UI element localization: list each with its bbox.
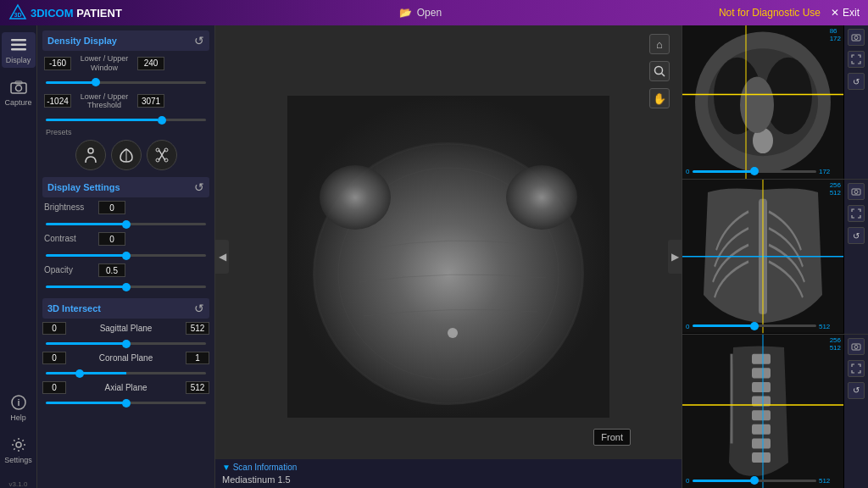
preset-person-btn[interactable]: [75, 140, 106, 170]
help-label: Help: [10, 413, 26, 422]
axial-slider[interactable]: [46, 402, 206, 404]
zoom-btn[interactable]: [649, 61, 670, 81]
contrast-label: Contrast: [44, 234, 95, 243]
contrast-slider[interactable]: [46, 254, 206, 257]
axial-input1[interactable]: 0: [42, 381, 66, 394]
coronal-panel: 256 512 0 512 ↺: [682, 180, 868, 334]
upper-window-input[interactable]: 240: [137, 57, 164, 70]
axial-panel: 86 172 0 172 ↺: [682, 25, 868, 180]
logo: 3D 3DICOM PATIENT: [8, 3, 122, 22]
axial-camera-btn[interactable]: [848, 29, 865, 46]
coronal-input1[interactable]: 0: [42, 352, 66, 364]
window-row: -160 Lower / UpperWindow 240: [42, 54, 209, 73]
opacity-input[interactable]: 0.5: [98, 263, 125, 277]
sidebar-item-display[interactable]: Display: [2, 32, 36, 68]
brightness-row: Brightness 0: [42, 201, 209, 214]
intersect-3d-section: 3D Intersect ↺ 0 Sagittal Plane 512 0 Co…: [42, 298, 209, 408]
open-label[interactable]: Open: [417, 7, 442, 19]
coronal-slider[interactable]: [46, 372, 206, 374]
brightness-input[interactable]: 0: [98, 201, 125, 214]
svg-rect-50: [752, 438, 771, 448]
coronal-refresh-btn[interactable]: ↺: [848, 227, 865, 244]
opacity-label: Opacity: [44, 265, 95, 274]
svg-point-10: [16, 442, 21, 447]
axial-slice-info: 86 172: [830, 27, 841, 42]
axial-label: Axial Plane: [69, 383, 183, 392]
axial-row: 0 Axial Plane 512: [42, 381, 209, 394]
viewport-arrow-right[interactable]: ▶: [668, 240, 682, 274]
svg-point-24: [655, 67, 663, 75]
svg-point-32: [740, 76, 774, 132]
density-display-reset[interactable]: ↺: [194, 34, 204, 47]
hand-btn[interactable]: ✋: [649, 88, 670, 108]
sagittal-refresh-btn[interactable]: ↺: [848, 382, 865, 399]
window-label: Lower / UpperWindow: [75, 54, 134, 73]
settings-label: Settings: [4, 456, 32, 464]
axial-expand-btn[interactable]: [848, 51, 865, 68]
svg-rect-44: [752, 353, 771, 363]
lower-window-input[interactable]: -160: [44, 57, 71, 70]
density-display-section: Density Display ↺ -160 Lower / UpperWind…: [42, 30, 209, 170]
body-3d-render: [287, 96, 609, 418]
front-label: Front: [593, 429, 631, 446]
scan-name: Mediastinum 1.5: [222, 474, 675, 485]
coronal-svg: [682, 180, 843, 333]
lower-threshold-input[interactable]: -1024: [44, 94, 71, 108]
svg-point-11: [88, 148, 93, 153]
svg-rect-45: [752, 368, 771, 378]
opacity-row: Opacity 0.5: [42, 263, 209, 277]
coronal-slice-slider[interactable]: [693, 324, 816, 327]
threshold-slider[interactable]: [46, 119, 206, 121]
sagittal-expand-btn[interactable]: [848, 360, 865, 377]
scan-info-header: ▼ Scan Information: [222, 463, 675, 472]
axial-refresh-btn[interactable]: ↺: [848, 73, 865, 90]
sagittal-controls: ↺: [844, 335, 868, 488]
main-layout: Display Capture i Help Settings v3.1.0: [0, 25, 868, 488]
sagittal-input1[interactable]: 0: [42, 322, 66, 335]
topbar-center[interactable]: 📂 Open: [399, 7, 442, 19]
viewport-arrow-left[interactable]: ◀: [215, 240, 229, 274]
svg-point-21: [320, 165, 391, 230]
window-slider[interactable]: [46, 81, 206, 84]
exit-button[interactable]: ✕ Exit: [831, 7, 860, 19]
preset-bone-btn[interactable]: [147, 140, 177, 170]
svg-point-55: [854, 345, 858, 348]
home-btn[interactable]: ⌂: [649, 34, 670, 54]
intersect-3d-reset[interactable]: ↺: [194, 302, 204, 315]
coronal-expand-btn[interactable]: [848, 205, 865, 222]
viewport-3d: ◀: [215, 25, 682, 488]
opacity-slider[interactable]: [46, 286, 206, 288]
threshold-row: -1024 Lower / UpperThreshold 3071: [42, 92, 209, 111]
axial-svg: [682, 25, 843, 179]
sagittal-row: 0 Sagittal Plane 512: [42, 322, 209, 335]
scan-info-label: Scan Information: [233, 463, 298, 472]
left-panel: Density Display ↺ -160 Lower / UpperWind…: [37, 25, 215, 488]
logo-text: 3DICOM PATIENT: [31, 7, 122, 19]
axial-input2[interactable]: 512: [186, 381, 209, 394]
coronal-camera-btn[interactable]: [848, 183, 865, 200]
svg-point-22: [506, 165, 577, 230]
coronal-input2[interactable]: 1: [186, 352, 209, 364]
upper-threshold-input[interactable]: 3071: [137, 94, 164, 108]
axial-slice-slider[interactable]: [693, 170, 816, 173]
sidebar-item-capture[interactable]: Capture: [2, 75, 36, 110]
sagittal-camera-btn[interactable]: [848, 338, 865, 355]
contrast-input[interactable]: 0: [98, 232, 125, 246]
axial-controls: ↺: [844, 25, 868, 179]
display-settings-reset[interactable]: ↺: [194, 180, 204, 194]
sagittal-slider[interactable]: [46, 342, 206, 345]
preset-leaf-btn[interactable]: [111, 140, 142, 170]
display-settings-section: Display Settings ↺ Brightness 0 Contrast…: [42, 177, 209, 291]
sagittal-input2[interactable]: 512: [186, 322, 209, 335]
sidebar-item-settings[interactable]: Settings: [2, 432, 36, 468]
brightness-slider[interactable]: [46, 223, 206, 225]
svg-rect-49: [752, 424, 771, 434]
sagittal-scan-image: 256 512 0 512: [682, 335, 844, 488]
display-label: Display: [6, 56, 31, 64]
capture-icon: [9, 78, 28, 97]
exit-icon: ✕: [831, 7, 839, 19]
sidebar-item-help[interactable]: i Help: [2, 390, 36, 425]
svg-point-23: [448, 328, 458, 338]
sagittal-slice-slider[interactable]: [693, 480, 816, 482]
svg-rect-2: [11, 39, 26, 42]
